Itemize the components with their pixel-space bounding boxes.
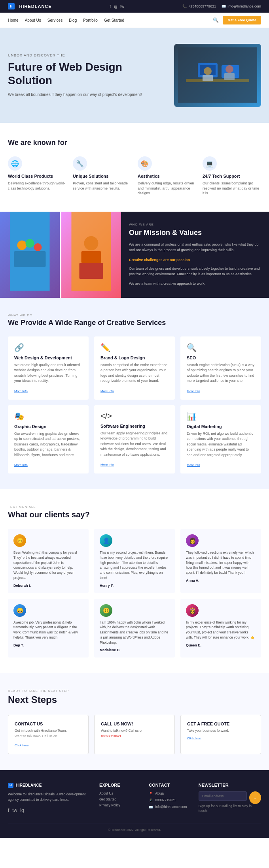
- next-steps-title: Next Steps: [8, 694, 261, 705]
- footer-social: f tw ig: [8, 808, 91, 813]
- nav-home[interactable]: Home: [8, 18, 19, 23]
- service-web-desc: We create high quality and result orient…: [14, 363, 82, 384]
- contact-card-sub: Get in touch with Hiredlance Team.: [15, 729, 82, 733]
- testimonial-deji-avatar: 😄: [13, 604, 26, 617]
- web-design-icon: 🔗: [14, 343, 82, 352]
- get-free-quote-button[interactable]: Get a Free Quote: [223, 16, 261, 24]
- aesthetics-icon: 🎨: [138, 156, 152, 171]
- service-brand-more-info[interactable]: More Info: [100, 389, 114, 393]
- call-card-title: CALL US NOW!: [101, 721, 168, 726]
- mission-images: [0, 212, 121, 298]
- hero-description: We break all boundaries if they happen o…: [8, 92, 150, 98]
- footer-description: Welcome to Hiredlance Digitals. A web de…: [8, 792, 91, 802]
- email-icon: ✉️: [222, 4, 226, 8]
- testimonial-anna-avatar: 👩: [186, 534, 199, 547]
- svg-point-5: [204, 67, 212, 75]
- testimonial-deborah: 😊 Been Working with this company for yea…: [8, 529, 89, 593]
- footer-contact-title: CONTACT: [149, 783, 190, 787]
- copyright-text: ©Hiredlance 2022. All right Reserved.: [108, 828, 161, 832]
- newsletter-row: →: [199, 791, 261, 804]
- service-graphic-title: Graphic Design: [14, 424, 82, 429]
- footer-newsletter-col: NEWSLETTER → Sign up for our Mailing lis…: [199, 783, 261, 814]
- nav-services[interactable]: Services: [47, 18, 63, 23]
- newsletter-submit-button[interactable]: →: [249, 791, 261, 804]
- graphic-icon: 🎭: [14, 411, 82, 421]
- next-steps-grid: CONTACT US Get in touch with Hiredlance …: [8, 715, 261, 754]
- feature-aesthetics-desc: Delivery cutting edge, results driven an…: [138, 181, 196, 196]
- quote-card-link[interactable]: Click here: [187, 736, 201, 740]
- testimonial-madalene-text: I am 100% happy with John whom I worked …: [100, 620, 169, 645]
- testimonial-deborah-author: Deborah I.: [13, 584, 83, 588]
- footer-explore-title: EXPLORE: [99, 783, 141, 787]
- testimonial-queen-text: In my experience of them working for my …: [186, 620, 256, 640]
- service-graphic-more-info[interactable]: More Info: [14, 463, 28, 467]
- feature-support: 💻 24/7 Tech Support Our clients issues/c…: [203, 156, 261, 196]
- testimonials-section: TESTIMONIALS What our clients say? 😊 Bee…: [0, 489, 269, 673]
- testimonial-henry-avatar: 👤: [100, 534, 112, 547]
- nav-get-started[interactable]: Get Started: [104, 18, 124, 23]
- footer-link-privacy[interactable]: Privacy Policy: [99, 803, 141, 807]
- testimonial-madalene-avatar: 🙂: [100, 604, 112, 617]
- contact-card-link[interactable]: Click here: [15, 744, 29, 747]
- service-brand: ✏️ Brand & Logo Design Brands comprised …: [94, 336, 175, 400]
- footer-newsletter-title: NEWSLETTER: [199, 783, 261, 787]
- service-brand-desc: Brands comprised of the entire experienc…: [100, 363, 169, 384]
- service-digital-desc: Driven by ROI, not algo we build authent…: [187, 431, 255, 458]
- service-software: </> Software Engineering Our team apply …: [94, 405, 175, 474]
- twitter-icon[interactable]: tw: [120, 4, 124, 9]
- instagram-icon[interactable]: ig: [114, 4, 117, 9]
- service-software-title: Software Engineering: [100, 424, 169, 428]
- logo-prefix: H: [8, 3, 15, 9]
- feature-unique-desc: Proven, consistent and tailor-made servi…: [73, 181, 131, 191]
- footer-logo-name: HIREDLANCE: [16, 783, 42, 787]
- testimonial-anna: 👩 They followed directions extremely wel…: [180, 529, 261, 593]
- feature-support-desc: Our clients issues/complaint get resolve…: [203, 181, 261, 196]
- feature-aesthetics: 🎨 Aesthetics Delivery cutting edge, resu…: [138, 156, 196, 196]
- newsletter-description: Sign up for our Mailing list to stay in …: [199, 804, 261, 814]
- footer-instagram-icon[interactable]: ig: [20, 808, 24, 813]
- contact-card-desc: Want to talk now? Call us on: [15, 734, 82, 738]
- nav-right: 🔍 Get a Free Quote: [213, 16, 261, 24]
- footer-logo: H HIREDLANCE: [8, 783, 91, 788]
- quote-card-sub: Take your business forward.: [187, 729, 254, 733]
- nav-about[interactable]: About Us: [25, 18, 41, 23]
- mission-highlight: Creative challenges are our passion: [129, 258, 261, 262]
- service-web-more-info[interactable]: More Info: [14, 389, 28, 393]
- service-software-more-info[interactable]: More Info: [100, 463, 114, 466]
- newsletter-input[interactable]: [199, 791, 247, 801]
- world-class-icon: 🌐: [8, 156, 22, 171]
- footer-link-started[interactable]: Get Started: [99, 797, 141, 801]
- testimonial-madalene-author: Madalene C.: [100, 648, 169, 652]
- features-grid: 🌐 World Class Products Delivering excell…: [8, 156, 261, 196]
- testimonial-deborah-avatar: 😊: [13, 534, 26, 547]
- service-digital-more-info[interactable]: More Info: [187, 463, 200, 467]
- testimonials-title: What our clients say?: [8, 510, 261, 519]
- testimonial-henry-author: Henry F.: [100, 584, 169, 588]
- contact-info: 📞 +2348069779621 ✉️ info@hiredlance.com: [182, 4, 261, 8]
- services-section: WHAT WE DO We Provide A Wide Range of Cr…: [0, 298, 269, 490]
- testimonial-henry-text: This is my second project with them. Bra…: [100, 550, 169, 581]
- footer-bottom: ©Hiredlance 2022. All right Reserved.: [8, 823, 261, 832]
- service-seo-title: SEO: [187, 355, 255, 360]
- facebook-icon[interactable]: f: [110, 4, 111, 9]
- contact-card-title: CONTACT US: [15, 721, 82, 726]
- footer-address: 📍 Abuja: [149, 791, 190, 796]
- mission-who-label: WHO WE ARE: [129, 223, 261, 226]
- footer-facebook-icon[interactable]: f: [8, 808, 9, 813]
- service-web-design: 🔗 Web Design & Development We create hig…: [8, 336, 89, 400]
- footer-email: ✉️ info@hiredlance.com: [149, 805, 190, 809]
- logo-area: H HIREDLANCE: [8, 3, 52, 9]
- mission-image-2: [61, 212, 121, 298]
- hero-image: [174, 44, 261, 107]
- hero-image-placeholder: [178, 47, 257, 103]
- nav-portfolio[interactable]: Portfolio: [83, 18, 98, 23]
- phone-number: +2348069779621: [188, 4, 216, 8]
- nav-blog[interactable]: Blog: [69, 18, 77, 23]
- testimonial-queen: 👸 In my experience of them working for m…: [180, 599, 261, 658]
- footer-twitter-icon[interactable]: tw: [12, 808, 17, 813]
- service-seo-more-info[interactable]: More Info: [187, 389, 200, 393]
- footer-explore-col: EXPLORE About Us Get Started Privacy Pol…: [99, 783, 141, 814]
- footer-link-about[interactable]: About Us: [99, 791, 141, 795]
- search-icon[interactable]: 🔍: [213, 17, 219, 23]
- phone-icon: 📞: [182, 4, 187, 8]
